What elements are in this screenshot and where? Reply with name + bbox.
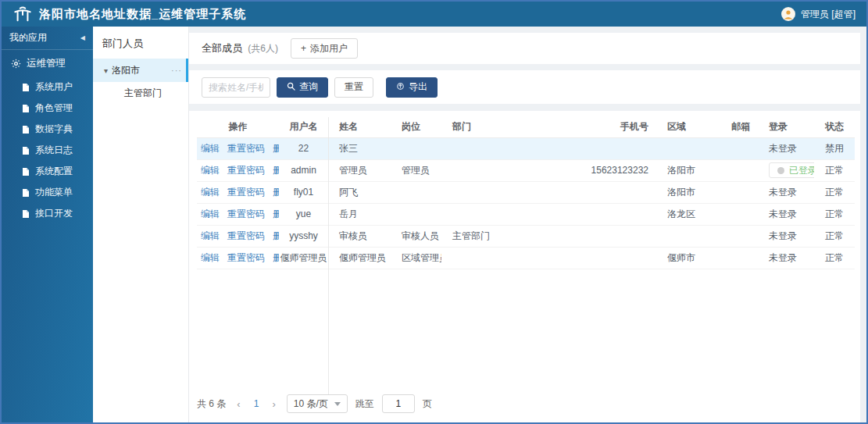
cell-phone [543, 203, 656, 225]
table-row[interactable]: 编辑重置密码删除fly01阿飞洛阳市未登录正常 [197, 181, 855, 203]
column-header: 部门 [441, 117, 543, 137]
edit-link[interactable]: 编辑 [201, 143, 220, 154]
cell-email [720, 203, 758, 225]
cell-username: fly01 [279, 181, 328, 203]
cell-name: 审核员 [328, 225, 391, 247]
delete-link[interactable]: 删除 [273, 252, 279, 263]
cell-actions: 编辑重置密码删除 [197, 159, 279, 181]
sidebar-item-4[interactable]: 系统配置 [2, 161, 93, 182]
more-actions-icon[interactable]: ··· [171, 66, 182, 75]
logged-in-badge[interactable]: 已登录 [769, 162, 814, 178]
search-input[interactable] [202, 77, 270, 98]
jump-to-label: 跳至 [355, 397, 374, 411]
collapse-sidebar-icon[interactable]: ◀ [80, 34, 85, 41]
page-size-select[interactable]: 10 条/页 [287, 394, 348, 413]
cell-dept: 主管部门 [441, 225, 543, 247]
delete-link[interactable]: 删除 [273, 165, 279, 176]
delete-link[interactable]: 删除 [273, 230, 279, 241]
sidebar-item-label: 系统配置 [35, 165, 73, 178]
cell-login: 未登录 [758, 181, 814, 203]
login-status-text: 未登录 [769, 143, 797, 154]
gear-icon [11, 59, 21, 69]
delete-link[interactable]: 删除 [273, 143, 279, 154]
sidebar-item-label: 系统日志 [35, 144, 73, 157]
edit-link[interactable]: 编辑 [201, 252, 220, 263]
plus-icon: + [301, 43, 306, 54]
cell-region [656, 225, 720, 247]
sidebar-group-ops-management[interactable]: 运维管理 [2, 50, 93, 77]
edit-link[interactable]: 编辑 [201, 187, 220, 198]
cell-region [656, 137, 720, 159]
current-page-number[interactable]: 1 [252, 398, 262, 409]
tree-node-main-department[interactable]: 主管部门 [93, 82, 188, 104]
cell-username: 偃师管理员 [279, 247, 328, 269]
document-icon [22, 209, 30, 219]
edit-link[interactable]: 编辑 [201, 165, 220, 176]
cell-phone: 15623123232 [543, 159, 656, 181]
document-icon [22, 167, 30, 176]
cell-login: 已登录 [758, 159, 814, 181]
reset-button-label: 重置 [345, 80, 363, 94]
cell-actions: 编辑重置密码删除 [197, 225, 279, 247]
export-button[interactable]: 导出 [386, 77, 438, 98]
cell-username: yue [279, 203, 328, 225]
pagination-total: 共 6 条 [197, 397, 226, 411]
table-row[interactable]: 编辑重置密码删除yysshy审核员审核人员主管部门未登录正常 [197, 225, 855, 247]
cell-region: 偃师市 [656, 247, 720, 269]
app-title: 洛阳市地名地址数据_运维管理子系统 [39, 7, 246, 22]
reset-password-link[interactable]: 重置密码 [227, 165, 265, 176]
prev-page-button[interactable]: ‹ [234, 398, 243, 410]
add-user-button[interactable]: + 添加用户 [291, 38, 358, 59]
table-row[interactable]: 编辑重置密码删除admin管理员管理员15623123232洛阳市已登录正常 [197, 159, 855, 181]
sidebar-item-0[interactable]: 系统用户 [2, 77, 93, 98]
login-status-text: 未登录 [769, 252, 797, 263]
table-row[interactable]: 编辑重置密码删除偃师管理员偃师管理员区域管理员偃师市未登录正常 [197, 247, 855, 269]
search-button[interactable]: 查询 [277, 77, 328, 98]
cell-name: 张三 [328, 137, 391, 159]
sidebar-item-label: 系统用户 [35, 80, 73, 94]
export-button-label: 导出 [409, 80, 427, 94]
sidebar-item-1[interactable]: 角色管理 [2, 98, 93, 119]
column-header: 姓名 [328, 117, 391, 137]
table-row[interactable]: 编辑重置密码删除yue岳月洛龙区未登录正常 [197, 203, 855, 225]
reset-password-link[interactable]: 重置密码 [227, 187, 265, 198]
cell-dept [441, 137, 543, 159]
jump-page-input[interactable] [382, 394, 415, 413]
sidebar-item-2[interactable]: 数据字典 [2, 119, 93, 140]
cell-dept [441, 181, 543, 203]
caret-down-icon[interactable]: ▾ [104, 66, 108, 75]
edit-link[interactable]: 编辑 [201, 208, 220, 219]
reset-password-link[interactable]: 重置密码 [227, 143, 265, 154]
user-avatar[interactable] [781, 7, 795, 21]
export-icon [396, 82, 405, 93]
next-page-button[interactable]: › [269, 398, 278, 410]
edit-link[interactable]: 编辑 [201, 230, 220, 241]
delete-link[interactable]: 删除 [273, 208, 279, 219]
login-status-text: 未登录 [769, 230, 797, 241]
reset-password-link[interactable]: 重置密码 [227, 208, 265, 219]
sidebar-item-6[interactable]: 接口开发 [2, 203, 93, 224]
document-icon [22, 188, 30, 198]
reset-button[interactable]: 重置 [334, 77, 373, 98]
cell-post [391, 203, 441, 225]
department-panel: 部门人员 ▾ 洛阳市 ··· 主管部门 [93, 27, 189, 422]
column-header: 岗位 [391, 117, 441, 137]
app-logo-gate-icon [13, 5, 33, 23]
cell-email [720, 137, 758, 159]
tree-node-luoyang[interactable]: ▾ 洛阳市 ··· [93, 59, 188, 82]
cell-phone [543, 137, 656, 159]
cell-email [720, 181, 758, 203]
cell-email [720, 225, 758, 247]
document-icon [22, 83, 30, 92]
delete-link[interactable]: 删除 [273, 187, 279, 198]
reset-password-link[interactable]: 重置密码 [227, 230, 265, 241]
chevron-down-icon [334, 402, 341, 406]
current-user-label[interactable]: 管理员 [超管] [801, 8, 855, 21]
sidebar-item-5[interactable]: 功能菜单 [2, 182, 93, 203]
table-row[interactable]: 编辑重置密码删除22张三未登录禁用 [197, 137, 855, 159]
cell-region: 洛阳市 [656, 159, 720, 181]
cell-region: 洛龙区 [656, 203, 720, 225]
cell-post [391, 137, 441, 159]
reset-password-link[interactable]: 重置密码 [227, 252, 265, 263]
sidebar-item-3[interactable]: 系统日志 [2, 140, 93, 161]
